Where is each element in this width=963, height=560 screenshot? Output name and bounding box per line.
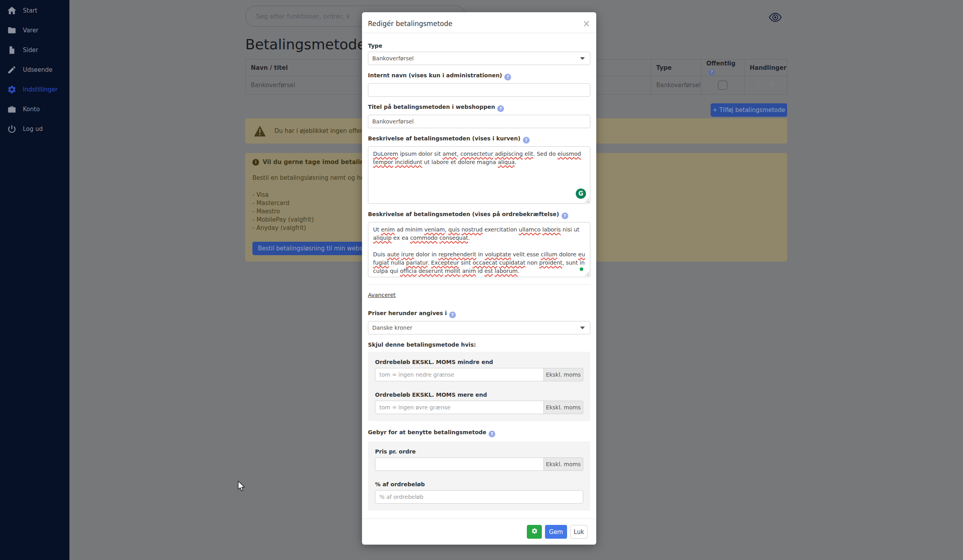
excl-vat-addon: Ekskl. moms <box>544 401 583 414</box>
sidebar-item-label: Varer <box>23 27 39 34</box>
help-icon[interactable]: ? <box>449 312 456 318</box>
help-icon[interactable]: ? <box>709 69 715 75</box>
description-order-label: Beskrivelse af betalingsmetoden (vises p… <box>368 211 590 219</box>
help-icon[interactable]: ? <box>497 105 504 112</box>
sidebar-item-indstillinger[interactable]: Indstillinger <box>0 80 69 99</box>
sidebar-item-label: Log ud <box>23 125 43 133</box>
internal-name-label: Internt navn (vises kun i administration… <box>368 72 590 80</box>
page-icon <box>7 45 17 55</box>
help-icon[interactable]: ? <box>504 74 511 80</box>
modal-body: Type Bankoverførsel Internt navn (vises … <box>362 33 596 511</box>
cell-type: Bankoverførsel <box>651 76 701 95</box>
sidebar-item-konto[interactable]: Konto <box>0 99 69 119</box>
help-icon[interactable]: ? <box>489 431 495 437</box>
sidebar-item-sider[interactable]: Sider <box>0 40 69 60</box>
save-button[interactable]: Gem <box>545 525 567 539</box>
sidebar-item-label: Start <box>23 7 37 14</box>
sidebar-item-label: Konto <box>23 106 40 113</box>
help-icon[interactable]: ? <box>562 213 568 219</box>
gear-icon <box>531 528 538 536</box>
excl-vat-addon: Ekskl. moms <box>544 457 583 471</box>
fee-price-field[interactable] <box>375 457 544 471</box>
pencil-icon <box>7 65 17 75</box>
sidebar-item-label: Sider <box>23 47 38 54</box>
max-amount-label: Ordrebeløb EKSKL. MOMS mere end <box>375 392 583 398</box>
sidebar-item-start[interactable]: Start <box>0 1 69 21</box>
delete-trash-icon[interactable] <box>769 81 776 90</box>
grammarly-icon[interactable]: G <box>576 189 586 199</box>
chevron-down-icon <box>580 57 585 60</box>
description-cart-label: Beskrivelse af betalingsmetoden (vises i… <box>368 135 590 144</box>
fee-section-label: Gebyr for at benytte betalingsmetode? <box>368 429 590 437</box>
grammarly-status-dot[interactable] <box>580 267 583 271</box>
currency-label: Priser herunder angives i? <box>368 310 590 318</box>
add-payment-method-button[interactable]: + Tilføj betalingsmetode <box>711 103 787 117</box>
internal-name-field[interactable] <box>368 83 590 97</box>
currency-select[interactable]: Danske kroner <box>368 321 590 334</box>
edit-payment-method-modal: Redigér betalingsmetode × Type Bankoverf… <box>362 12 596 545</box>
eye-icon <box>769 18 782 24</box>
cell-public <box>701 76 745 95</box>
advanced-link[interactable]: Avanceret <box>368 292 396 298</box>
min-amount-label: Ordrebeløb EKSKL. MOMS mindre end <box>375 359 583 365</box>
column-header-type: Type <box>651 60 701 76</box>
fee-percent-field[interactable] <box>375 490 583 504</box>
sidebar-item-log-ud[interactable]: Log ud <box>0 119 69 139</box>
sidebar: Start Varer Sider Udseende Indstillinger <box>0 0 69 560</box>
gear-icon <box>7 85 17 95</box>
fee-percent-label: % af ordrebeløb <box>375 481 583 487</box>
edit-pencil-icon[interactable] <box>756 81 763 90</box>
column-header-public: Offentlig? <box>701 60 745 76</box>
help-icon[interactable]: ? <box>523 137 530 144</box>
hide-section-label: Skjul denne betalingsmetode hvis: <box>368 342 590 348</box>
column-header-actions: Handlinger <box>745 60 788 76</box>
fee-well: Pris pr. ordre Ekskl. moms % af ordrebel… <box>368 441 590 511</box>
briefcase-icon <box>7 105 17 114</box>
max-amount-field[interactable] <box>375 401 544 414</box>
page-title: Betalingsmetode <box>245 36 366 52</box>
warning-text: Du har i øjeblikket ingen offentl <box>274 127 368 134</box>
close-icon[interactable]: × <box>582 20 590 27</box>
modal-title: Redigér betalingsmetode <box>368 20 452 28</box>
warning-triangle-icon <box>254 126 266 136</box>
type-select[interactable]: Bankoverførsel <box>368 52 590 65</box>
modal-footer: Gem Luk <box>362 519 596 545</box>
home-icon <box>7 6 17 16</box>
public-checkbox[interactable] <box>718 80 728 90</box>
settings-button[interactable] <box>527 525 542 539</box>
description-order-textarea[interactable]: Ut enim ad minim veniam, quis nostrud ex… <box>368 222 590 277</box>
cell-actions <box>745 76 788 95</box>
preview-eye-button[interactable] <box>768 12 782 24</box>
type-label: Type <box>368 43 590 49</box>
divider <box>368 284 590 285</box>
fee-price-label: Pris pr. ordre <box>375 448 583 455</box>
folder-icon <box>7 26 17 35</box>
sidebar-item-udseende[interactable]: Udseende <box>0 60 69 80</box>
chevron-down-icon <box>580 327 585 329</box>
close-button[interactable]: Luk <box>570 525 588 539</box>
webshop-title-label: Titel på betalingsmetoden i webshoppen? <box>368 104 590 112</box>
min-amount-field[interactable] <box>375 368 544 381</box>
modal-header: Redigér betalingsmetode × <box>362 12 596 33</box>
hide-conditions-well: Ordrebeløb EKSKL. MOMS mindre end Ekskl.… <box>368 352 590 421</box>
sidebar-item-label: Udseende <box>23 66 52 73</box>
info-icon: i <box>252 159 259 166</box>
sidebar-item-label: Indstillinger <box>23 86 58 93</box>
sidebar-item-varer[interactable]: Varer <box>0 21 69 40</box>
power-icon <box>7 124 17 134</box>
webshop-title-field[interactable] <box>368 115 590 128</box>
description-cart-textarea[interactable]: DuLorem ipsum dolor sit amet, consectetu… <box>368 146 590 204</box>
excl-vat-addon: Ekskl. moms <box>544 368 583 381</box>
